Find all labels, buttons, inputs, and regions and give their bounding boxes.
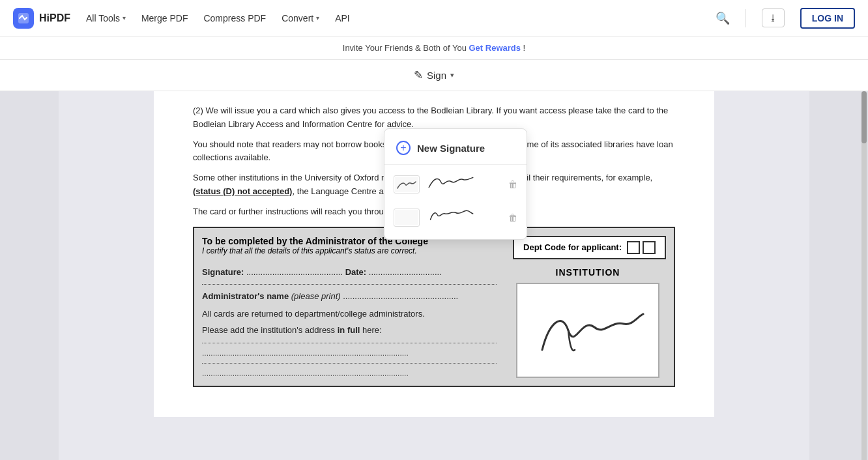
chevron-down-icon-2: ▾ [316, 14, 319, 22]
download-icon: ⭳ [769, 13, 777, 23]
divider-2 [202, 343, 497, 343]
sign-button[interactable]: ✎ Sign ▾ [403, 63, 465, 87]
nav-compress-pdf[interactable]: Compress PDF [203, 13, 266, 23]
download-button[interactable]: ⭳ [762, 8, 785, 27]
admin-address-row: Please add the institution's address in … [202, 324, 497, 338]
admin-name-row: Administrator's name (please print) ....… [202, 290, 497, 304]
institution-sig-box [516, 283, 659, 378]
scrollbar[interactable] [861, 91, 867, 460]
logo-icon [13, 8, 34, 29]
delete-sig-icon[interactable]: 🗑 [508, 179, 517, 190]
nav-merge-pdf[interactable]: Merge PDF [141, 13, 188, 23]
logo-text: HiPDF [39, 12, 70, 24]
admin-cards-row: All cards are returned to department/col… [202, 308, 497, 321]
dept-square-2 [643, 241, 656, 254]
saved-signature-row-2[interactable]: 🗑 [384, 201, 527, 234]
nav-convert[interactable]: Convert ▾ [282, 13, 319, 23]
login-button[interactable]: LOG IN [800, 8, 855, 29]
admin-section: To be completed by the Administrator of … [193, 227, 675, 387]
dropdown-divider [384, 164, 527, 165]
saved-signature-row[interactable]: 🗑 [384, 167, 527, 201]
signature-dropdown: + New Signature 🗑 [384, 128, 527, 240]
sig-date-row: Signature: .............................… [202, 266, 497, 280]
scrollbar-thumb[interactable] [861, 91, 867, 143]
nav-divider [745, 9, 746, 27]
svg-rect-2 [395, 210, 418, 225]
nav-api[interactable]: API [335, 13, 350, 23]
navbar: HiPDF All Tools ▾ Merge PDF Compress PDF… [0, 0, 868, 36]
left-gutter [0, 91, 59, 460]
search-icon[interactable]: 🔍 [716, 11, 730, 25]
plus-icon: + [396, 141, 411, 155]
divider-3 [202, 363, 497, 364]
right-gutter [809, 91, 868, 460]
sig-cursive-preview-2 [425, 206, 503, 229]
new-signature-option[interactable]: + New Signature [384, 134, 527, 162]
delete-sig-icon-2[interactable]: 🗑 [508, 212, 517, 223]
sig-cursive-preview [425, 173, 503, 195]
chevron-down-icon-3: ▾ [450, 71, 454, 79]
divider-1 [202, 284, 497, 285]
chevron-down-icon: ▾ [123, 14, 126, 22]
address-dots-1: ........................................… [202, 349, 497, 358]
status-badge: (status (D) not accepted) [193, 186, 292, 196]
dept-code-box: Dept Code for applicant: [513, 236, 666, 259]
institution-label: INSTITUTION [556, 267, 620, 278]
get-rewards-link[interactable]: Get Rewards [469, 43, 520, 53]
logo[interactable]: HiPDF [13, 8, 70, 29]
institution-block: INSTITUTION [510, 267, 666, 378]
sig-thumbnail [394, 175, 420, 194]
sign-icon: ✎ [414, 68, 423, 82]
dept-square-1 [627, 241, 640, 254]
pdf-para1: (2) We will issue you a card which also … [193, 104, 675, 132]
admin-certify: I certify that all the details of this a… [202, 246, 428, 255]
nav-all-tools[interactable]: All Tools ▾ [86, 13, 126, 23]
sig-thumbnail-2 [394, 208, 420, 227]
dept-squares [627, 241, 656, 254]
toolbar: ✎ Sign ▾ + New Signature 🗑 [0, 60, 868, 91]
banner: Invite Your Friends & Both of You Get Re… [0, 36, 868, 60]
address-dots-2: ........................................… [202, 369, 497, 378]
